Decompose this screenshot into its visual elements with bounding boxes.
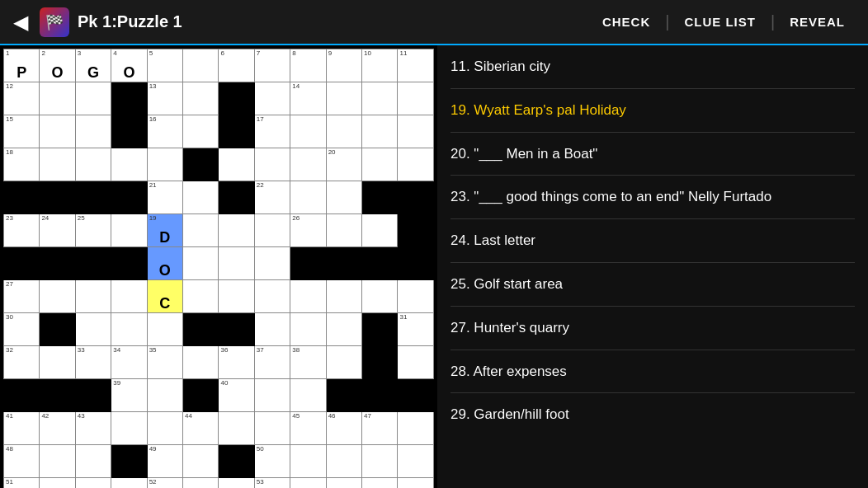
- grid-cell[interactable]: 3G: [75, 49, 111, 82]
- grid-cell[interactable]: [290, 379, 326, 412]
- grid-cell[interactable]: [111, 412, 147, 445]
- grid-cell[interactable]: 10: [362, 49, 398, 82]
- grid-cell[interactable]: [362, 115, 398, 148]
- grid-cell[interactable]: [290, 478, 326, 489]
- grid-cell[interactable]: [4, 379, 40, 412]
- grid-cell[interactable]: [183, 82, 219, 115]
- grid-cell[interactable]: [75, 247, 111, 280]
- grid-cell[interactable]: [111, 478, 147, 489]
- grid-cell[interactable]: [398, 181, 434, 214]
- crossword-grid[interactable]: 1P2O3G4O56789101112131415161718202122232…: [0, 45, 437, 488]
- grid-cell[interactable]: [398, 346, 434, 379]
- grid-cell[interactable]: [398, 214, 434, 247]
- grid-cell[interactable]: 19D: [147, 214, 182, 247]
- grid-cell[interactable]: [183, 181, 219, 214]
- grid-cell[interactable]: [183, 148, 219, 181]
- grid-cell[interactable]: 44: [183, 412, 219, 445]
- check-button[interactable]: CHECK: [587, 8, 665, 35]
- grid-cell[interactable]: [75, 148, 111, 181]
- grid-cell[interactable]: [398, 379, 434, 412]
- grid-cell[interactable]: [290, 247, 326, 280]
- grid-cell[interactable]: [219, 313, 254, 346]
- reveal-button[interactable]: REVEAL: [775, 8, 860, 35]
- grid-cell[interactable]: [254, 247, 290, 280]
- grid-cell[interactable]: 1P: [4, 49, 40, 82]
- grid-cell[interactable]: [398, 115, 434, 148]
- grid-cell[interactable]: [398, 412, 434, 445]
- grid-cell[interactable]: [75, 478, 111, 489]
- grid-cell[interactable]: 2O: [40, 49, 75, 82]
- clue-24[interactable]: 24. Last letter: [451, 219, 855, 263]
- grid-cell[interactable]: 36: [219, 346, 254, 379]
- grid-cell[interactable]: [147, 412, 182, 445]
- grid-cell[interactable]: [254, 412, 290, 445]
- grid-cell[interactable]: [183, 346, 219, 379]
- grid-cell[interactable]: [75, 82, 111, 115]
- grid-cell[interactable]: 39: [111, 379, 147, 412]
- grid-cell[interactable]: [290, 115, 326, 148]
- clue-25[interactable]: 25. Golf start area: [451, 263, 855, 307]
- clue-20[interactable]: 20. "___ Men in a Boat": [451, 133, 855, 176]
- grid-cell[interactable]: [326, 247, 361, 280]
- grid-cell[interactable]: [254, 379, 290, 412]
- grid-cell[interactable]: [398, 478, 434, 489]
- grid-cell[interactable]: [290, 181, 326, 214]
- grid-cell[interactable]: 25: [75, 214, 111, 247]
- grid-cell[interactable]: [147, 313, 182, 346]
- grid-cell[interactable]: [219, 214, 254, 247]
- clue-list-button[interactable]: CLUE LIST: [669, 8, 771, 35]
- grid-cell[interactable]: 27: [4, 280, 40, 313]
- grid-cell[interactable]: [219, 247, 254, 280]
- back-button[interactable]: ◀: [8, 11, 33, 34]
- grid-cell[interactable]: O: [147, 247, 182, 280]
- grid-cell[interactable]: 52: [147, 478, 182, 489]
- grid-cell[interactable]: 34: [111, 346, 147, 379]
- grid-cell[interactable]: [326, 379, 361, 412]
- grid-cell[interactable]: [111, 280, 147, 313]
- grid-cell[interactable]: [4, 247, 40, 280]
- grid-cell[interactable]: 42: [40, 412, 75, 445]
- grid-cell[interactable]: [111, 313, 147, 346]
- grid-cell[interactable]: [254, 82, 290, 115]
- clue-23[interactable]: 23. "___ good things come to an end" Nel…: [451, 176, 855, 219]
- clue-28[interactable]: 28. After expenses: [451, 350, 855, 394]
- grid-cell[interactable]: [111, 148, 147, 181]
- grid-cell[interactable]: [147, 379, 182, 412]
- grid-cell[interactable]: 23: [4, 214, 40, 247]
- grid-cell[interactable]: [398, 445, 434, 478]
- grid-cell[interactable]: 31: [398, 313, 434, 346]
- grid-cell[interactable]: [183, 478, 219, 489]
- clue-27[interactable]: 27. Hunter's quarry: [451, 307, 855, 350]
- grid-cell[interactable]: [219, 115, 254, 148]
- grid-cell[interactable]: [40, 313, 75, 346]
- grid-cell[interactable]: 8: [290, 49, 326, 82]
- clue-29[interactable]: 29. Garden/hill foot: [451, 393, 855, 436]
- grid-cell[interactable]: [290, 280, 326, 313]
- grid-cell[interactable]: 41: [4, 412, 40, 445]
- grid-cell[interactable]: 13: [147, 82, 182, 115]
- grid-cell[interactable]: [219, 181, 254, 214]
- grid-cell[interactable]: [219, 280, 254, 313]
- grid-cell[interactable]: 26: [290, 214, 326, 247]
- grid-cell[interactable]: [40, 379, 75, 412]
- grid-cell[interactable]: [111, 115, 147, 148]
- grid-cell[interactable]: [40, 247, 75, 280]
- grid-cell[interactable]: 9: [326, 49, 361, 82]
- grid-cell[interactable]: 50: [254, 445, 290, 478]
- grid-cell[interactable]: [362, 313, 398, 346]
- grid-cell[interactable]: 46: [326, 412, 361, 445]
- grid-cell[interactable]: [362, 82, 398, 115]
- grid-cell[interactable]: [40, 82, 75, 115]
- grid-cell[interactable]: [326, 214, 361, 247]
- grid-cell[interactable]: [362, 478, 398, 489]
- grid-cell[interactable]: [362, 445, 398, 478]
- grid-cell[interactable]: 14: [290, 82, 326, 115]
- grid-cell[interactable]: 22: [254, 181, 290, 214]
- grid-cell[interactable]: 35: [147, 346, 182, 379]
- grid-cell[interactable]: [219, 148, 254, 181]
- grid-cell[interactable]: 17: [254, 115, 290, 148]
- grid-cell[interactable]: [75, 181, 111, 214]
- grid-cell[interactable]: 6: [219, 49, 254, 82]
- grid-cell[interactable]: [254, 313, 290, 346]
- grid-cell[interactable]: 21: [147, 181, 182, 214]
